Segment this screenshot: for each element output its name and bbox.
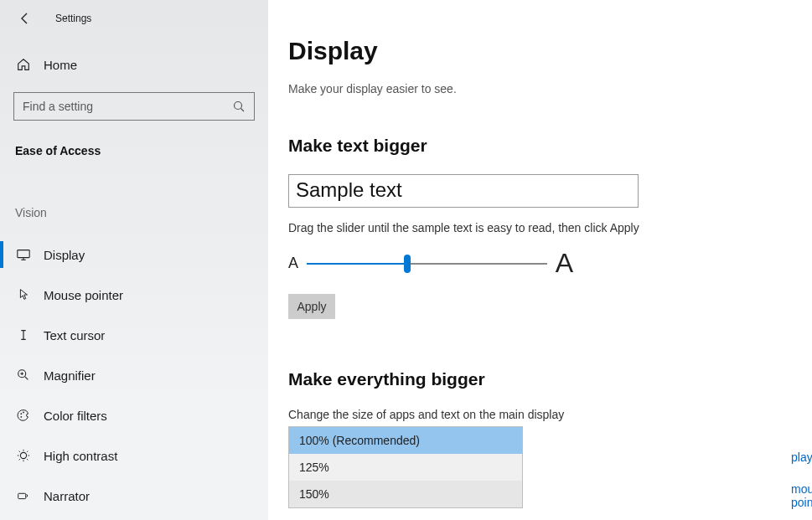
scale-option-100[interactable]: 100% (Recommended) bbox=[289, 427, 522, 454]
search-box[interactable] bbox=[13, 92, 255, 121]
sidebar-item-label: Mouse pointer bbox=[44, 288, 123, 302]
sidebar-item-text-cursor[interactable]: Text cursor bbox=[0, 315, 268, 355]
svg-line-7 bbox=[25, 377, 28, 380]
svg-line-1 bbox=[241, 109, 245, 112]
pointer-icon bbox=[15, 286, 32, 303]
nav-list: Display Mouse pointer Text cursor Magnif… bbox=[0, 234, 268, 516]
scale-option-150[interactable]: 150% bbox=[289, 481, 522, 507]
link-fragment-plays[interactable]: plays bbox=[791, 450, 812, 464]
apply-button[interactable]: Apply bbox=[288, 294, 335, 319]
sidebar-group-title: Ease of Access bbox=[0, 144, 268, 157]
arrow-left-icon bbox=[18, 12, 32, 25]
sidebar-item-color-filters[interactable]: Color filters bbox=[0, 395, 268, 435]
search-icon bbox=[232, 100, 246, 113]
home-button[interactable]: Home bbox=[0, 49, 268, 80]
sidebar-item-magnifier[interactable]: Magnifier bbox=[0, 355, 268, 395]
sidebar-item-display[interactable]: Display bbox=[0, 234, 268, 275]
svg-line-20 bbox=[19, 459, 20, 460]
section-heading-everything-bigger: Make everything bigger bbox=[288, 369, 792, 389]
search-container bbox=[0, 92, 268, 121]
text-cursor-icon bbox=[15, 327, 32, 343]
slider-min-label: A bbox=[288, 255, 298, 272]
slider-thumb[interactable] bbox=[404, 255, 411, 273]
svg-rect-22 bbox=[18, 493, 26, 498]
svg-point-11 bbox=[23, 412, 24, 414]
magnifier-icon bbox=[15, 367, 32, 384]
sidebar-item-label: Narrator bbox=[44, 489, 90, 503]
sidebar-item-mouse-pointer[interactable]: Mouse pointer bbox=[0, 275, 268, 315]
scale-option-125[interactable]: 125% bbox=[289, 454, 522, 481]
sidebar-item-label: Color filters bbox=[44, 409, 107, 423]
palette-icon bbox=[15, 407, 32, 424]
svg-rect-2 bbox=[18, 250, 29, 258]
svg-point-10 bbox=[20, 413, 22, 414]
sidebar-header: Settings bbox=[0, 0, 268, 37]
sidebar-item-label: Text cursor bbox=[44, 328, 105, 342]
back-button[interactable] bbox=[15, 8, 35, 28]
svg-line-19 bbox=[27, 459, 28, 460]
svg-point-0 bbox=[235, 102, 242, 110]
svg-point-13 bbox=[20, 452, 26, 458]
svg-line-21 bbox=[27, 451, 28, 452]
sidebar: Settings Home Ease of Access Vision Disp… bbox=[0, 0, 268, 520]
page-subtitle: Make your display easier to see. bbox=[288, 82, 792, 95]
sidebar-item-high-contrast[interactable]: High contrast bbox=[0, 435, 268, 476]
text-size-slider[interactable] bbox=[307, 263, 547, 265]
narrator-icon bbox=[15, 487, 32, 504]
display-icon bbox=[15, 246, 32, 263]
sidebar-item-narrator[interactable]: Narrator bbox=[0, 476, 268, 516]
sidebar-item-label: Display bbox=[44, 248, 85, 262]
text-size-slider-row: A A bbox=[288, 248, 573, 279]
contrast-icon bbox=[15, 447, 32, 464]
home-label: Home bbox=[44, 58, 77, 72]
sidebar-section-label: Vision bbox=[0, 206, 268, 219]
link-fragment-mouse-pointer[interactable]: mouse pointer bbox=[791, 482, 812, 509]
sample-text-box: Sample text bbox=[288, 174, 639, 208]
sidebar-item-label: High contrast bbox=[44, 449, 117, 463]
svg-line-18 bbox=[19, 451, 20, 452]
app-title: Settings bbox=[55, 13, 91, 24]
slider-instruction: Drag the slider until the sample text is… bbox=[288, 221, 792, 234]
slider-max-label: A bbox=[556, 248, 573, 279]
home-icon bbox=[15, 57, 32, 72]
section-heading-text-bigger: Make text bigger bbox=[288, 136, 792, 156]
page-title: Display bbox=[288, 37, 792, 65]
scale-subheading: Change the size of apps and text on the … bbox=[288, 408, 792, 421]
svg-point-12 bbox=[20, 416, 22, 418]
scale-dropdown[interactable]: 100% (Recommended) 125% 150% bbox=[288, 426, 523, 508]
search-input[interactable] bbox=[23, 100, 232, 113]
main-content: Display Make your display easier to see.… bbox=[268, 0, 812, 520]
sidebar-item-label: Magnifier bbox=[44, 368, 96, 383]
